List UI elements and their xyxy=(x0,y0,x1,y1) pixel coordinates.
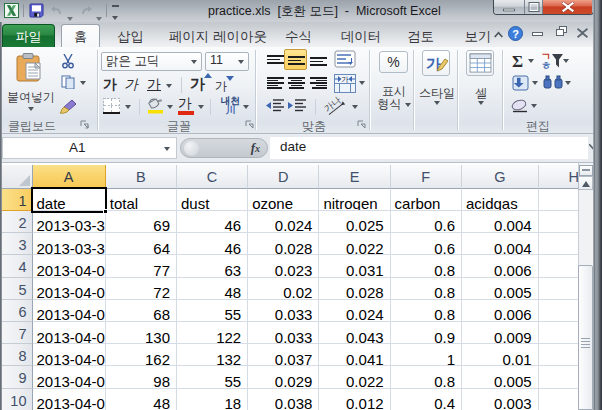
svg-text:ㅎ: ㅎ xyxy=(542,60,551,69)
svg-text:가: 가 xyxy=(341,75,349,84)
svg-text:?: ? xyxy=(512,28,519,40)
svg-text:가나: 가나 xyxy=(322,96,342,114)
